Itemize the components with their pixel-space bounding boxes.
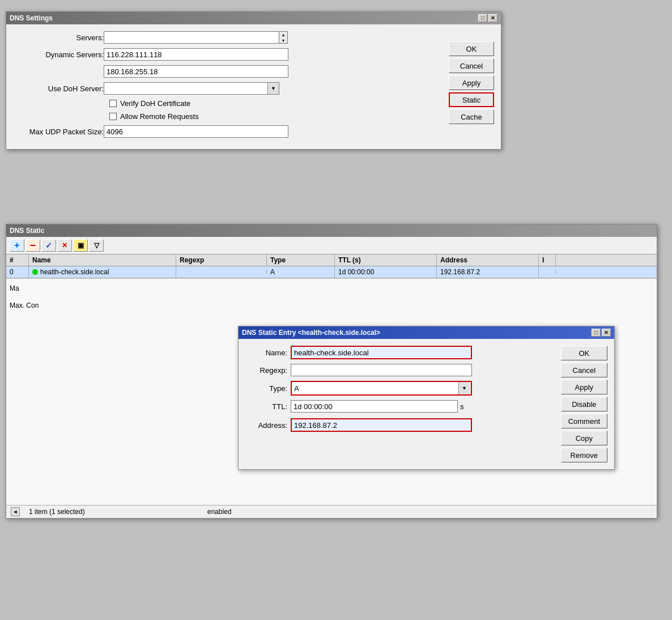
- dns-static-title: DNS Static: [10, 227, 44, 235]
- doh-label: Use DoH Server:: [13, 84, 104, 93]
- servers-label: Servers:: [13, 33, 104, 42]
- max-udp-row: Max UDP Packet Size:: [13, 125, 444, 138]
- spinner-up[interactable]: ▲: [279, 32, 287, 37]
- servers-spinner[interactable]: ▲ ▼: [279, 31, 288, 44]
- dns-settings-buttons: OK Cancel Apply Static Cache: [449, 41, 494, 124]
- dns-entry-title: DNS Static Entry <health-check.side.loca…: [242, 329, 380, 337]
- name-input[interactable]: [291, 346, 472, 359]
- ttl-input[interactable]: [291, 400, 458, 413]
- col-name: Name: [29, 254, 176, 266]
- regexp-input[interactable]: [291, 364, 472, 376]
- filter-button[interactable]: ▽: [89, 239, 104, 252]
- cell-name: health-check.side.local: [29, 266, 176, 278]
- cell-ip: [539, 270, 556, 274]
- doh-row: Use DoH Server: ▼: [13, 82, 444, 95]
- ok-button[interactable]: OK: [449, 41, 494, 56]
- entry-form: Name: Regexp: Type: ▼ TTL: s: [245, 346, 556, 462]
- dns-static-toolbar: + − ✓ ✕ ▣ ▽: [6, 237, 657, 254]
- col-address: Address: [437, 254, 539, 266]
- entry-minimize-button[interactable]: □: [592, 329, 601, 337]
- dynamic-servers-label: Dynamic Servers:: [13, 50, 104, 59]
- entry-title-controls: □ ✕: [592, 329, 611, 337]
- cell-regexp: [176, 270, 267, 274]
- cancel-button[interactable]: Cancel: [449, 58, 494, 73]
- type-label: Type:: [245, 384, 291, 393]
- cell-ttl: 1d 00:00:00: [335, 266, 437, 278]
- col-hash: #: [6, 254, 29, 266]
- check-button[interactable]: ✓: [41, 239, 56, 252]
- max-con-truncated-label: Max. Con: [10, 301, 39, 309]
- dns-static-table-header: # Name Regexp Type TTL (s) Address I: [6, 254, 657, 266]
- dns-entry-window: DNS Static Entry <health-check.side.loca…: [238, 326, 615, 470]
- cross-button[interactable]: ✕: [57, 239, 72, 252]
- servers-input-wrapper: ▲ ▼: [104, 31, 288, 44]
- dns-static-title-bar: DNS Static: [6, 224, 657, 237]
- type-row: Type: ▼: [245, 381, 556, 396]
- allow-remote-label: Allow Remote Requests: [120, 112, 199, 121]
- remove-button[interactable]: −: [25, 239, 40, 252]
- status-bar: ◄ 1 item (1 selected) enabled: [6, 505, 657, 518]
- apply-button[interactable]: Apply: [449, 75, 494, 90]
- dynamic-servers-input1[interactable]: [104, 48, 288, 61]
- entry-copy-button[interactable]: Copy: [561, 431, 607, 445]
- col-ip: I: [539, 254, 556, 266]
- servers-input[interactable]: [104, 31, 279, 44]
- regexp-label: Regexp:: [245, 366, 291, 375]
- status-dot: [32, 269, 38, 275]
- doh-dropdown-wrapper: ▼: [104, 82, 279, 95]
- scroll-left-button[interactable]: ◄: [11, 507, 20, 516]
- address-input[interactable]: [291, 418, 472, 432]
- title-bar-controls: □ ✕: [478, 14, 497, 22]
- type-input[interactable]: [292, 382, 458, 394]
- entry-comment-button[interactable]: Comment: [561, 414, 607, 428]
- ma-truncated-label: Ma: [10, 284, 19, 292]
- col-type: Type: [267, 254, 335, 266]
- cache-button[interactable]: Cache: [449, 109, 494, 124]
- entry-buttons: OK Cancel Apply Disable Comment Copy Rem…: [561, 346, 607, 462]
- entry-ok-button[interactable]: OK: [561, 346, 607, 360]
- entry-remove-button[interactable]: Remove: [561, 448, 607, 462]
- entry-apply-button[interactable]: Apply: [561, 380, 607, 394]
- cell-index: 0: [6, 266, 29, 278]
- static-button[interactable]: Static: [449, 92, 494, 107]
- col-regexp: Regexp: [176, 254, 267, 266]
- max-udp-input[interactable]: [104, 125, 288, 138]
- folder-button[interactable]: ▣: [73, 239, 88, 252]
- allow-remote-row: Allow Remote Requests: [109, 112, 444, 121]
- type-dropdown-arrow[interactable]: ▼: [458, 382, 470, 394]
- add-button[interactable]: +: [10, 239, 24, 252]
- dns-settings-window: DNS Settings □ ✕ Servers: ▲ ▼ Dynamic Se…: [6, 11, 501, 150]
- cell-address: 192.168.87.2: [437, 266, 539, 278]
- spinner-down[interactable]: ▼: [279, 37, 287, 43]
- entry-content: Name: Regexp: Type: ▼ TTL: s: [239, 339, 614, 469]
- minimize-button[interactable]: □: [478, 14, 487, 22]
- dns-settings-title: DNS Settings: [10, 14, 53, 22]
- ttl-unit: s: [460, 402, 464, 411]
- verify-doh-row: Verify DoH Certificate: [109, 99, 444, 108]
- col-ttl: TTL (s): [335, 254, 437, 266]
- servers-row: Servers: ▲ ▼: [13, 31, 444, 44]
- name-label: Name:: [245, 349, 291, 357]
- entry-cancel-button[interactable]: Cancel: [561, 363, 607, 377]
- ttl-label: TTL:: [245, 402, 291, 411]
- verify-doh-label: Verify DoH Certificate: [120, 99, 190, 108]
- status-enabled: enabled: [207, 508, 232, 516]
- status-count: 1 item (1 selected): [29, 508, 85, 516]
- entry-disable-button[interactable]: Disable: [561, 397, 607, 411]
- entry-close-button[interactable]: ✕: [602, 329, 611, 337]
- address-row: Address:: [245, 418, 556, 432]
- allow-remote-checkbox[interactable]: [109, 113, 117, 120]
- table-row[interactable]: 0 health-check.side.local A 1d 00:00:00 …: [6, 266, 657, 278]
- dns-settings-title-bar: DNS Settings □ ✕: [6, 12, 501, 24]
- address-label: Address:: [245, 421, 291, 430]
- close-button[interactable]: ✕: [488, 14, 497, 22]
- doh-dropdown-arrow[interactable]: ▼: [267, 83, 279, 94]
- regexp-row: Regexp:: [245, 364, 556, 376]
- cell-type: A: [267, 266, 335, 278]
- verify-doh-checkbox[interactable]: [109, 100, 117, 107]
- dns-entry-title-bar: DNS Static Entry <health-check.side.loca…: [239, 326, 614, 339]
- dynamic-servers-input2[interactable]: [104, 65, 288, 78]
- max-udp-label: Max UDP Packet Size:: [13, 128, 104, 136]
- dynamic-servers-row2: [13, 65, 444, 78]
- doh-input[interactable]: [104, 83, 267, 94]
